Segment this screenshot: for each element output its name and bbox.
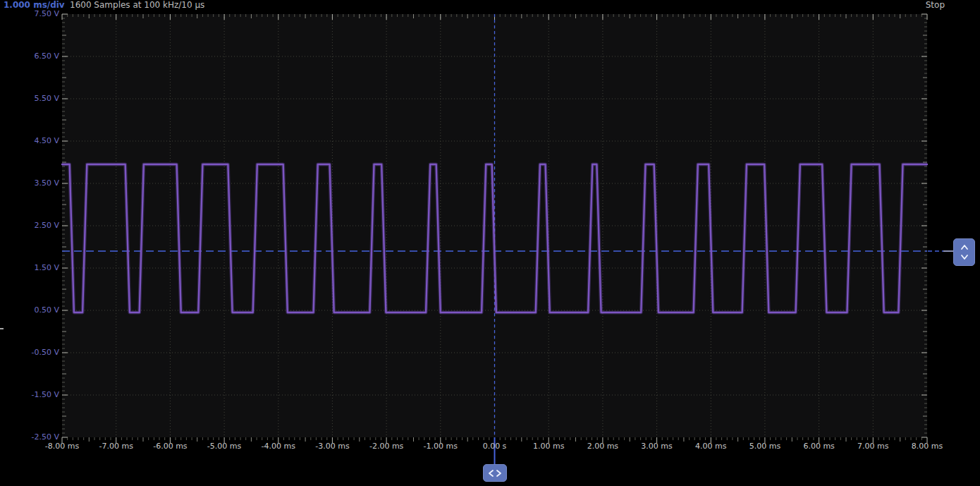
y-axis-label: 2.50 V [0,221,59,230]
x-axis-label: -6.00 ms [153,442,187,451]
x-axis-label: 5.00 ms [749,442,780,451]
y-axis-label: 1.50 V [0,263,59,272]
y-axis-label: 4.50 V [0,136,59,145]
y-axis-label: 3.50 V [0,178,59,188]
horizontal-position-control[interactable] [483,464,507,482]
x-axis-label: 6.00 ms [803,442,834,451]
chevron-up-icon [962,245,967,249]
y-axis-label: -2.50 V [0,432,59,442]
oscilloscope-screen: 1.000 ms/div 1600 Samples at 100 kHz/10 … [0,0,980,486]
x-axis-label: 4.00 ms [695,442,726,451]
x-axis-label: -7.00 ms [99,442,133,451]
x-axis-label: -8.00 ms [45,442,79,451]
waveform-plot[interactable] [0,0,980,486]
x-axis-label: 3.00 ms [641,442,672,451]
y-axis-label: -0.50 V [0,348,59,357]
x-axis-label: 2.00 ms [587,442,618,451]
x-axis-label: 1.00 ms [533,442,564,451]
x-axis-label: 8.00 ms [912,442,943,451]
chevron-left-icon [489,470,493,476]
y-axis-label: 5.50 V [0,94,59,103]
x-axis-label: 0.00 s [483,442,507,451]
x-axis-label: -2.00 ms [369,442,403,451]
x-axis-label: -3.00 ms [315,442,349,451]
x-axis-label: -4.00 ms [262,442,295,451]
x-axis-label: -1.00 ms [424,442,458,451]
chevron-right-icon [497,470,501,476]
ground-level-marker [0,328,4,329]
y-axis-label: 0.50 V [0,305,59,315]
vertical-chevrons [960,243,969,262]
y-axis-label: 6.50 V [0,51,59,61]
chevron-down-icon [962,255,967,259]
horizontal-chevrons [487,469,503,478]
y-axis-label: -1.50 V [0,390,59,399]
y-axis-label: 7.50 V [0,9,59,18]
trigger-level-control[interactable] [953,238,975,266]
x-axis-label: -5.00 ms [207,442,241,451]
x-axis-label: 7.00 ms [857,442,888,451]
waveform-svg [0,0,980,486]
